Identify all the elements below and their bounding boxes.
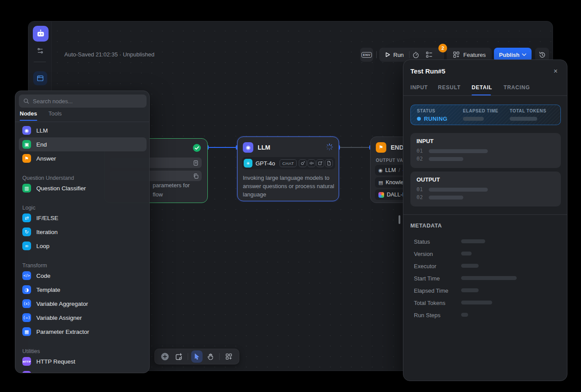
- node-item-if-else[interactable]: ⇄ IF/ELSE: [19, 211, 147, 225]
- answer-icon: ⚑: [22, 154, 31, 163]
- node-item-variable-assigner[interactable]: {=} Variable Assigner: [19, 311, 147, 325]
- skeleton-bar: [461, 252, 472, 256]
- env-icon: ENV: [361, 52, 371, 58]
- notification-badge: 2: [438, 44, 447, 52]
- search-placeholder: Search nodes...: [33, 98, 73, 105]
- test-run-panel: Test Run#5 × INPUT RESULT DETAIL TRACING…: [403, 60, 567, 381]
- node-item-label: HTTP Request: [36, 358, 75, 365]
- section-logic: Logic: [19, 201, 147, 211]
- node-item-label: Question Classifier: [36, 185, 86, 192]
- panel-resize-handle[interactable]: [399, 215, 400, 224]
- llm-icon: ◉: [22, 126, 31, 135]
- robot-icon: [36, 29, 46, 38]
- template-icon: ◑: [22, 285, 31, 294]
- skeleton-bar: [461, 313, 468, 317]
- doc-add-badge-icon: [316, 159, 324, 167]
- node-item-variable-aggregator[interactable]: {x} Variable Aggregator: [19, 297, 147, 311]
- tab-tools[interactable]: Tools: [49, 110, 62, 121]
- meta-row-elapsed-time: Elapsed Time: [414, 287, 558, 295]
- play-icon: [385, 52, 390, 57]
- features-button-label: Features: [463, 52, 486, 58]
- input-card: INPUT 01 02: [410, 133, 561, 168]
- workflow-settings-button[interactable]: [35, 46, 45, 56]
- add-note-button[interactable]: [173, 350, 185, 363]
- tabs-divider: [403, 95, 567, 96]
- stopwatch-icon: [412, 51, 420, 59]
- model-name: GPT-4o: [256, 160, 280, 167]
- meta-row-executor: Executor: [414, 262, 558, 271]
- node-item-list-operator[interactable]: ▽ List Operator: [19, 368, 147, 373]
- node-item-answer[interactable]: ⚑ Answer: [19, 151, 147, 165]
- edge-start-llm: [208, 147, 237, 148]
- llm-node[interactable]: ◉ LLM ✳ GPT-4o CHAT: [237, 136, 339, 201]
- node-item-label: List Operator: [36, 372, 70, 374]
- document-icon: [193, 160, 199, 166]
- pointer-mode-button[interactable]: [191, 350, 203, 363]
- app-logo[interactable]: [33, 26, 49, 42]
- dalle-var-icon: [378, 192, 384, 198]
- output-card: OUTPUT 01 02: [410, 172, 561, 206]
- node-item-parameter-extractor[interactable]: ▦ Parameter Extractor: [19, 325, 147, 339]
- model-selector[interactable]: ✳ GPT-4o CHAT: [242, 157, 335, 169]
- toolbar-divider: [219, 353, 220, 360]
- node-item-label: Template: [36, 287, 60, 293]
- line-number: 02: [416, 156, 423, 162]
- copy-icon: [193, 173, 199, 179]
- node-panel-tabs: Nodes Tools: [20, 110, 62, 121]
- variable-aggregator-icon: {x}: [22, 299, 31, 308]
- search-icon: [23, 98, 29, 104]
- publish-button-label: Publish: [499, 52, 520, 58]
- node-item-http-request[interactable]: HTTP HTTP Request: [19, 354, 147, 368]
- test-run-history-button[interactable]: [410, 51, 423, 59]
- end-node-icon: ⚑: [376, 142, 386, 153]
- output-card-title: OUTPUT: [416, 176, 440, 183]
- skeleton-bar: [461, 288, 479, 292]
- code-icon: </>: [22, 271, 31, 280]
- autosave-status: Auto-Saved 21:02:35 · Unpublished: [64, 51, 154, 58]
- organize-icon: [225, 353, 232, 360]
- tab-nodes[interactable]: Nodes: [20, 110, 37, 121]
- line-number: 01: [416, 186, 423, 192]
- skeleton-bar: [429, 157, 463, 161]
- node-item-label: Code: [36, 273, 50, 279]
- running-dot-icon: [417, 117, 421, 121]
- edge-llm-end: [339, 147, 370, 148]
- hand-mode-button[interactable]: [204, 350, 216, 363]
- iteration-icon: ↻: [22, 228, 31, 236]
- llm-node-icon: ◉: [243, 142, 253, 153]
- elapsed-time-label: ELAPSED TIME: [463, 108, 498, 113]
- node-item-code[interactable]: </> Code: [19, 269, 147, 283]
- line-number: 02: [416, 194, 423, 200]
- question-classifier-icon: ▥: [22, 184, 31, 192]
- meta-row-start-time: Start Time: [414, 274, 558, 283]
- organize-nodes-button[interactable]: [223, 350, 234, 363]
- status-card: STATUS RUNING ELAPSED TIME TOTAL TOKENS: [410, 105, 561, 125]
- section-question-understand: Question Understand: [19, 172, 147, 181]
- var-name: LLM: [385, 167, 396, 173]
- add-node-button[interactable]: [159, 350, 171, 363]
- tabs-divider: [15, 122, 149, 122]
- checklist-button[interactable]: [423, 51, 436, 58]
- run-button[interactable]: Run: [379, 52, 409, 58]
- end-icon: ▣: [22, 140, 31, 149]
- node-item-llm[interactable]: ◉ LLM: [19, 123, 147, 137]
- openai-model-icon: ✳: [244, 159, 252, 168]
- knowledge-var-icon: ▤: [378, 180, 383, 186]
- node-item-end[interactable]: ▣ End: [19, 137, 147, 151]
- node-search-input[interactable]: Search nodes...: [19, 94, 147, 108]
- env-button[interactable]: ENV: [360, 48, 373, 62]
- node-item-iteration[interactable]: ↻ Iteration: [19, 225, 147, 239]
- total-tokens-label: TOTAL TOKENS: [510, 108, 546, 113]
- node-list: ◉ LLM ▣ End ⚑ Answer Question Understand…: [19, 123, 147, 373]
- node-item-template[interactable]: ◑ Template: [19, 283, 147, 297]
- end-node-title: END: [391, 144, 404, 151]
- preview-panel-button[interactable]: [33, 71, 47, 85]
- node-item-question-classifier[interactable]: ▥ Question Classifier: [19, 181, 147, 195]
- cursor-icon: [193, 353, 200, 360]
- node-item-loop[interactable]: ∞ Loop: [19, 239, 147, 253]
- section-utilities: Utilities: [19, 345, 147, 354]
- topbar-divider: [376, 51, 377, 58]
- close-button[interactable]: ×: [550, 66, 561, 77]
- node-item-label: End: [36, 141, 47, 148]
- skeleton-bar: [510, 117, 537, 121]
